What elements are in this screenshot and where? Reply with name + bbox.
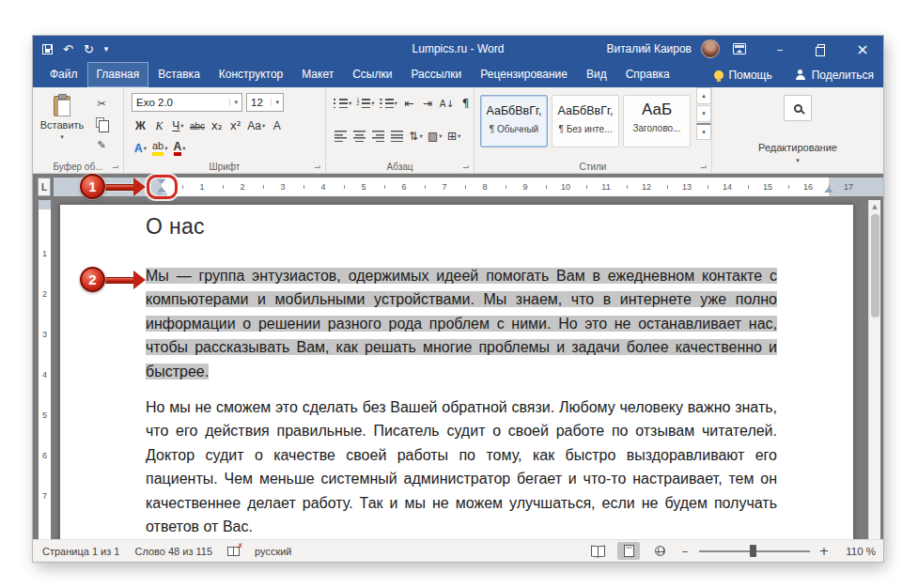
subscript-button[interactable]: x₂ (208, 116, 226, 135)
editing-group-label[interactable]: Редактирование (712, 142, 883, 153)
styles-group-label: Стили (475, 162, 711, 172)
tab-файл[interactable]: Файл (40, 62, 87, 87)
font-color-button[interactable]: А ▾ (171, 139, 189, 158)
align-center-button[interactable] (350, 127, 368, 146)
paste-button[interactable]: Вставить ▾ (39, 92, 86, 158)
document-text[interactable]: О нас Мы — группа энтузиастов, одержимых… (146, 214, 777, 539)
print-layout-button[interactable] (617, 542, 640, 560)
bold-button[interactable]: Ж (132, 116, 149, 135)
styles-scroll-down-button[interactable]: ▾ (696, 105, 711, 122)
align-left-button[interactable] (332, 127, 350, 146)
chevron-down-icon: ▾ (458, 132, 460, 140)
user-avatar[interactable] (701, 39, 720, 58)
italic-button[interactable]: К (150, 116, 168, 135)
clear-formatting-button[interactable]: А (268, 116, 286, 135)
font-name-combo[interactable]: Exo 2.0 ▾ (132, 93, 242, 112)
chevron-down-icon: ▾ (419, 132, 422, 140)
zoom-slider-thumb[interactable] (750, 545, 756, 557)
zoom-in-button[interactable]: + (818, 544, 830, 558)
tab-конструктор[interactable]: Конструктор (210, 62, 292, 87)
vertical-scrollbar[interactable]: ▲ (868, 200, 880, 539)
share-button[interactable]: Поделиться (795, 69, 874, 82)
read-mode-button[interactable] (586, 542, 609, 560)
line-spacing-button[interactable]: ⇅▾ (407, 127, 425, 146)
tab-selector[interactable]: L (38, 178, 51, 196)
styles-scroll: ▴ ▾ ▾ (696, 87, 711, 142)
help-tab[interactable]: Помощь (714, 69, 771, 82)
sort-button[interactable]: А↓ (438, 94, 456, 113)
zoom-level[interactable]: 110 % (838, 546, 876, 557)
tab-вид[interactable]: Вид (577, 62, 616, 87)
document-page[interactable]: О нас Мы — группа энтузиастов, одержимых… (60, 205, 853, 539)
align-center-icon (353, 131, 366, 142)
increase-indent-button[interactable]: ⇥ (419, 94, 437, 113)
paragraph-dialog-launcher[interactable]: ⌐ (462, 162, 470, 171)
justify-button[interactable] (388, 127, 406, 146)
chevron-down-icon: ▾ (271, 99, 279, 106)
document-heading[interactable]: О нас (146, 214, 777, 240)
copy-button[interactable] (91, 116, 112, 132)
font-size-combo[interactable]: 12 ▾ (246, 93, 284, 112)
bullets-icon (334, 98, 348, 109)
zoom-slider[interactable] (699, 550, 810, 552)
tab-вставка[interactable]: Вставка (148, 62, 210, 87)
cut-button[interactable]: ✂ (91, 95, 112, 112)
multilevel-list-button[interactable]: ▾ (378, 94, 399, 113)
web-layout-button[interactable] (648, 542, 671, 560)
scroll-up-icon[interactable]: ▲ (869, 203, 880, 210)
change-case-button[interactable]: Аа ▾ (245, 116, 267, 135)
save-icon[interactable] (42, 44, 53, 54)
document-paragraph[interactable]: Но мы не сможем это сделать без Вашей об… (146, 395, 777, 538)
right-indent-marker[interactable] (824, 187, 833, 193)
scrollbar-thumb[interactable] (871, 214, 879, 317)
align-right-button[interactable] (369, 127, 387, 146)
language-indicator[interactable]: русский (255, 546, 291, 557)
tab-ссылки[interactable]: Ссылки (343, 62, 401, 87)
ribbon-display-options-icon[interactable] (733, 43, 746, 54)
highlight-button[interactable]: ab ▾ (150, 139, 170, 158)
qat-customize-icon[interactable]: ▾ (104, 45, 109, 54)
strikethrough-button[interactable]: abc (188, 116, 207, 135)
callout-step-2: 2 (80, 267, 105, 292)
tab-рецензирование[interactable]: Рецензирование (471, 62, 577, 87)
decrease-indent-button[interactable]: ⇤ (400, 94, 418, 113)
style-card-2[interactable]: АаБбВвГг,¶ Без инте... (552, 95, 619, 147)
horizontal-ruler[interactable]: 1234567891011121314151617 (54, 178, 883, 196)
format-painter-button[interactable]: ✎ (91, 136, 112, 153)
zoom-out-button[interactable]: – (679, 544, 691, 558)
selected-text[interactable]: Мы — группа энтузиастов, одержимых идеей… (146, 268, 777, 379)
close-button[interactable]: × (842, 36, 883, 62)
redo-icon[interactable]: ↻ (84, 43, 94, 55)
user-name[interactable]: Виталий Каиров (606, 42, 692, 55)
document-paragraph-selected[interactable]: Мы — группа энтузиастов, одержимых идеей… (146, 264, 777, 383)
tab-макет[interactable]: Макет (292, 62, 343, 87)
styles-scroll-up-button[interactable]: ▴ (696, 87, 711, 104)
restore-icon (817, 44, 825, 52)
undo-icon[interactable]: ↶ (63, 43, 73, 55)
style-card-3[interactable]: АаБЗаголово... (623, 95, 691, 147)
proofing-icon[interactable] (227, 547, 240, 556)
minimize-button[interactable]: – (759, 36, 801, 62)
numbering-button[interactable]: ▾ (354, 94, 376, 113)
tab-справка[interactable]: Справка (616, 62, 679, 87)
vertical-ruler[interactable]: 1234567 (39, 200, 51, 539)
text-effects-button[interactable]: А ▾ (132, 139, 149, 158)
clipboard-dialog-launcher[interactable]: ⌐ (112, 162, 119, 171)
bullets-button[interactable]: ▾ (332, 94, 353, 113)
tab-рассылки[interactable]: Рассылки (401, 62, 471, 87)
font-dialog-launcher[interactable]: ⌐ (314, 162, 321, 171)
styles-more-button[interactable]: ▾ (696, 123, 711, 140)
font-name-value: Exo 2.0 (136, 97, 173, 108)
page-indicator[interactable]: Страница 1 из 1 (42, 546, 119, 557)
borders-button[interactable]: ⊞▾ (445, 127, 463, 146)
find-button[interactable] (784, 95, 812, 121)
shading-button[interactable]: ▨▾ (426, 127, 444, 146)
style-card-1[interactable]: АаБбВвГг,¶ Обычный (480, 95, 548, 147)
show-formatting-marks-button[interactable]: ¶ (457, 94, 475, 113)
underline-button[interactable]: Ч ▾ (169, 116, 187, 135)
restore-button[interactable] (801, 36, 842, 62)
superscript-button[interactable]: x² (226, 116, 244, 135)
styles-dialog-launcher[interactable]: ⌐ (700, 162, 708, 171)
tab-главная[interactable]: Главная (87, 62, 149, 87)
word-count[interactable]: Слово 48 из 115 (134, 546, 212, 557)
